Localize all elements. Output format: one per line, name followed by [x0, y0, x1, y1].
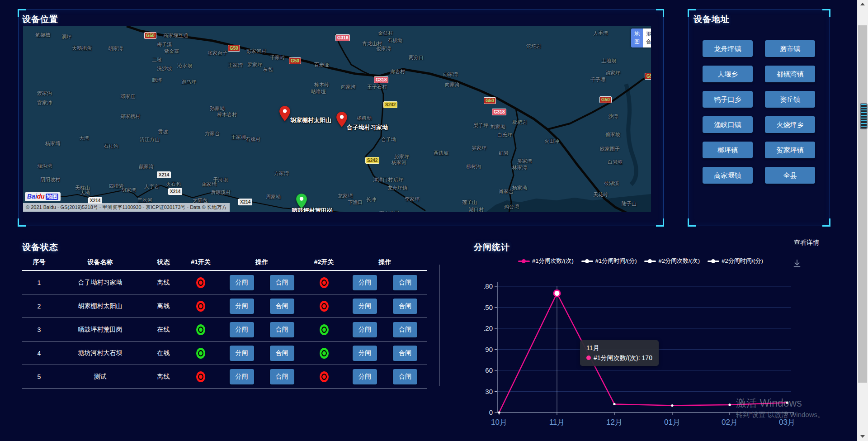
map-type-control[interactable]: 地图 混合 — [631, 28, 651, 47]
address-button[interactable]: 全县 — [765, 167, 815, 184]
close-button[interactable]: 合闸 — [270, 299, 294, 314]
legend-marker-icon — [518, 259, 530, 263]
scroll-widget[interactable] — [860, 103, 868, 129]
operation-cell: 分闸合闸 — [219, 275, 305, 290]
map-place-label: 太阳包 — [193, 198, 208, 203]
map-place-label: 火石包 — [166, 181, 181, 187]
close-button[interactable]: 合闸 — [393, 322, 417, 337]
svg-text:0: 0 — [489, 408, 493, 416]
map-place-label: 沙湾 — [608, 114, 618, 119]
address-button-grid: 龙舟坪镇磨市镇大堰乡都镇湾镇鸭子口乡资丘镇渔峡口镇火烧坪乡榔坪镇贺家坪镇高家堰镇… — [703, 40, 815, 184]
open-button[interactable]: 分闸 — [353, 322, 377, 337]
map-place-label: 人字岩 — [144, 184, 159, 189]
map-place-label: 西边坡 — [434, 150, 448, 156]
map-place-label: 干河坝 — [213, 177, 228, 182]
svg-text:150: 150 — [484, 303, 493, 311]
map-place-label: 紫金寨 — [164, 48, 179, 54]
map-place-label: 栋木岭 — [314, 82, 329, 87]
address-button[interactable]: 磨市镇 — [765, 40, 815, 57]
close-button[interactable]: 合闸 — [270, 369, 294, 384]
open-button[interactable]: 分闸 — [353, 346, 377, 361]
address-button[interactable]: 鸭子口乡 — [703, 91, 753, 108]
address-button[interactable]: 都镇湾镇 — [765, 66, 815, 82]
table-row: 2胡家棚村太阳山离线分闸合闸分闸合闸 — [22, 294, 427, 318]
map-place-label: 李家坪 — [405, 196, 420, 202]
row-seq: 5 — [22, 373, 56, 380]
operation-cell: 分闸合闸 — [343, 275, 427, 290]
svg-text:02月: 02月 — [722, 418, 738, 427]
row-seq: 1 — [22, 279, 56, 286]
legend-item[interactable]: #1分闸次数/(次) — [518, 257, 574, 265]
open-button[interactable]: 分闸 — [230, 322, 254, 337]
map-place-label: 金盆村 — [378, 30, 393, 36]
address-button[interactable]: 大堰乡 — [703, 66, 753, 82]
map-pin-icon[interactable] — [279, 106, 290, 123]
close-button[interactable]: 合闸 — [393, 275, 417, 290]
close-button[interactable]: 合闸 — [393, 369, 417, 384]
map-place-label: 清江方山 — [140, 137, 160, 142]
row-seq: 2 — [22, 303, 56, 310]
baidu-map[interactable]: 笔架槽洞坪天鹅抱蛋胡家湾高家堰互通梅子溪紫金寨二墩张家台子彭家河村千家岭王家湾罗… — [23, 26, 651, 212]
map-pin-label: 晒鼓坪村荒田岗 — [292, 207, 333, 212]
scrollbar-thumb[interactable] — [858, 25, 867, 383]
address-button[interactable]: 贺家坪镇 — [765, 142, 815, 158]
map-place-label: 林家湾 — [512, 165, 527, 170]
map-place-label: 洞坪 — [61, 34, 71, 39]
switch-indicator-icon — [320, 348, 329, 359]
legend-item[interactable]: #2分闸时间/(分) — [708, 257, 763, 265]
activate-windows-watermark: 激活 Windows — [736, 396, 802, 410]
switch-indicator-icon — [196, 277, 205, 288]
road-badge: G318 — [492, 109, 506, 115]
map-type-hybrid-button[interactable]: 混合 — [643, 28, 651, 47]
map-pin-label: 胡家棚村太阳山 — [290, 116, 331, 124]
address-button[interactable]: 高家堰镇 — [703, 167, 753, 184]
map-pin-icon[interactable] — [336, 112, 347, 129]
address-button[interactable]: 资丘镇 — [765, 91, 815, 108]
map-place-label: 欧家圈子 — [600, 146, 620, 152]
open-button[interactable]: 分闸 — [353, 369, 377, 384]
address-button[interactable]: 榔坪镇 — [703, 142, 753, 158]
open-button[interactable]: 分闸 — [353, 275, 377, 290]
scroll-up-icon[interactable] — [860, 3, 865, 5]
open-button[interactable]: 分闸 — [230, 275, 254, 290]
address-button[interactable]: 火烧坪乡 — [765, 116, 815, 133]
map-place-label: 天花岭 — [593, 192, 608, 197]
close-button[interactable]: 合闸 — [270, 346, 294, 361]
address-button[interactable]: 龙舟坪镇 — [703, 40, 753, 57]
download-icon[interactable] — [792, 258, 802, 270]
map-place-label: 千家岭 — [270, 55, 285, 60]
map-place-label: 杨家河 — [392, 160, 406, 165]
switch-indicator-icon — [320, 371, 329, 382]
row-seq: 3 — [22, 326, 56, 333]
map-place-label: 昊家坪 — [472, 145, 486, 151]
map-type-map-button[interactable]: 地图 — [631, 28, 643, 47]
view-details-link[interactable]: 查看详情 — [794, 239, 819, 247]
open-button[interactable]: 分闸 — [230, 299, 254, 314]
legend-item[interactable]: #1分闸时间/(分) — [581, 257, 637, 265]
close-button[interactable]: 合闸 — [393, 299, 417, 314]
switch2-cell — [305, 277, 343, 288]
map-place-label: 阴阳坡村 — [40, 177, 60, 182]
corner-bracket — [656, 218, 664, 227]
scroll-down-icon[interactable] — [860, 435, 865, 438]
table-row: 3晒鼓坪村荒田岗在线分闸合闸分闸合闸 — [22, 318, 427, 341]
map-place-label: 大坳 — [80, 190, 90, 195]
close-button[interactable]: 合闸 — [270, 275, 294, 290]
road-badge: G50 — [289, 57, 301, 64]
open-button[interactable]: 分闸 — [230, 346, 254, 361]
close-button[interactable]: 合闸 — [270, 322, 294, 337]
address-button[interactable]: 渔峡口镇 — [703, 116, 753, 133]
road-badge: S242 — [383, 101, 397, 108]
map-place-label: 湖口村 — [469, 207, 484, 212]
legend-item[interactable]: #2分闸次数/(次) — [644, 257, 700, 265]
map-place-label: 杨家塆 — [45, 141, 60, 146]
close-button[interactable]: 合闸 — [393, 346, 417, 361]
open-button[interactable]: 分闸 — [353, 299, 377, 314]
map-place-label: 天鹅抱蛋 — [72, 45, 92, 51]
map-place-label: 儋家坡 — [605, 132, 620, 137]
map-place-label: 白氏坪 — [497, 132, 512, 138]
series-dot-icon — [586, 356, 591, 360]
map-place-label: 枇杷岩 — [512, 119, 527, 125]
open-button[interactable]: 分闸 — [230, 369, 254, 384]
map-place-label: 后晾溪村 — [211, 190, 231, 195]
